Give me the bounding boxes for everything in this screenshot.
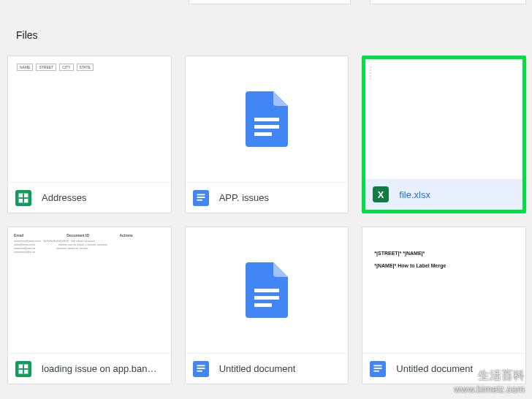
docs-icon xyxy=(193,361,209,377)
watermark: 生活百科 www.bimeiz.com xyxy=(454,368,525,395)
svg-rect-21 xyxy=(197,365,205,366)
file-card-app-issues[interactable]: APP. issues xyxy=(185,56,349,213)
sheets-icon xyxy=(15,361,31,377)
svg-rect-8 xyxy=(197,194,205,195)
file-caption: APP. issues xyxy=(186,182,349,213)
file-thumbnail: Email Document ID Actions xxxxxxxx@xxxx.… xyxy=(8,227,171,353)
docs-icon xyxy=(193,190,209,206)
preview-header: STATE xyxy=(77,64,94,71)
svg-rect-27 xyxy=(374,370,379,371)
excel-icon: X xyxy=(373,186,389,202)
svg-rect-18 xyxy=(254,296,279,300)
svg-rect-6 xyxy=(254,132,272,136)
file-card-untitled[interactable]: Untitled document xyxy=(185,227,349,384)
svg-rect-25 xyxy=(374,365,382,366)
file-thumbnail xyxy=(365,59,522,179)
file-thumbnail: *|STREET|* *|NAME|* *|NAME|* How to Labe… xyxy=(362,227,525,353)
file-card-loading-issue[interactable]: Email Document ID Actions xxxxxxxx@xxxx.… xyxy=(7,227,172,384)
watermark-url: www.bimeiz.com xyxy=(454,384,525,395)
preview-col: Document ID xyxy=(66,233,112,238)
svg-rect-17 xyxy=(254,289,279,292)
preview-col: Email xyxy=(14,233,59,238)
preview-line: *|NAME|* How to Label Merge xyxy=(374,263,446,268)
file-caption: Untitled document xyxy=(186,353,349,384)
file-caption: X file.xlsx xyxy=(365,179,522,210)
svg-rect-19 xyxy=(254,303,272,307)
preview-line: *|STREET|* *|NAME|* xyxy=(374,251,446,256)
docs-icon xyxy=(246,91,288,147)
svg-rect-3 xyxy=(23,193,24,202)
svg-rect-10 xyxy=(197,199,202,200)
file-caption: Addresses xyxy=(8,182,171,213)
file-name: Untitled document xyxy=(219,363,296,374)
sheets-icon xyxy=(15,190,31,206)
svg-rect-23 xyxy=(197,370,202,371)
svg-text:X: X xyxy=(378,189,384,200)
file-name: Addresses xyxy=(42,192,86,203)
preview-header: CITY xyxy=(59,64,73,71)
partial-card-top xyxy=(370,0,526,4)
section-title: Files xyxy=(16,29,38,41)
file-thumbnail xyxy=(186,227,349,353)
svg-rect-4 xyxy=(254,118,279,121)
svg-rect-26 xyxy=(374,368,382,369)
file-card-untitled-2[interactable]: *|STREET|* *|NAME|* *|NAME|* How to Labe… xyxy=(362,227,526,384)
file-thumbnail xyxy=(186,56,349,182)
svg-rect-16 xyxy=(23,364,24,373)
svg-rect-9 xyxy=(197,197,205,198)
preview-col: Actions xyxy=(119,233,164,238)
file-caption: loading issue on app.ban… xyxy=(8,353,171,384)
watermark-text: 生活百科 xyxy=(454,368,525,384)
docs-icon xyxy=(370,361,386,377)
file-thumbnail: NAME STREET CITY STATE xyxy=(8,56,171,182)
preview-header: STREET xyxy=(36,64,56,71)
file-card-file-xlsx[interactable]: X file.xlsx xyxy=(362,56,526,213)
file-name: file.xlsx xyxy=(399,189,430,200)
files-grid: NAME STREET CITY STATE Addresses xyxy=(7,56,526,384)
preview-header: NAME xyxy=(17,64,33,71)
file-name: loading issue on app.ban… xyxy=(42,363,157,374)
svg-rect-22 xyxy=(197,368,205,369)
file-card-addresses[interactable]: NAME STREET CITY STATE Addresses xyxy=(7,56,172,213)
file-name: APP. issues xyxy=(219,192,269,203)
svg-rect-5 xyxy=(254,125,279,129)
partial-card-top xyxy=(189,0,351,4)
docs-icon xyxy=(246,262,288,318)
